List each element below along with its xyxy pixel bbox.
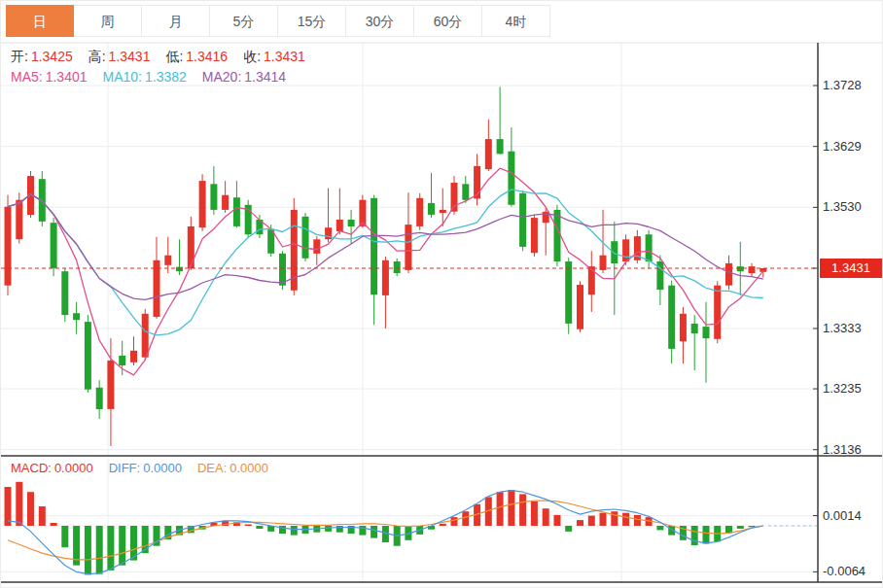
price-axis-tick: 1.3136 <box>823 442 862 457</box>
dea-value: 0.0000 <box>230 461 268 475</box>
chart-canvas[interactable] <box>1 1 883 588</box>
close-label: 收: <box>243 49 261 66</box>
diff-value: 0.0000 <box>143 461 182 475</box>
ma20-value: 1.3414 <box>244 69 286 85</box>
close-readout: 收: 1.3431 <box>243 49 305 66</box>
kline-chart-app: 日周月5分15分30分60分4时 开: 1.3425 高: 1.3431 低: … <box>0 0 883 588</box>
timeframe-tabbar: 日周月5分15分30分60分4时 <box>6 5 550 37</box>
ma5-label: MA5: <box>11 69 43 85</box>
macd-readout: MACD: 0.0000 DIFF: 0.0000 DEA: 0.0000 <box>11 461 268 475</box>
diff-label: DIFF: <box>109 461 141 475</box>
macd-value-readout: MACD: 0.0000 <box>11 461 93 475</box>
open-value: 1.3425 <box>31 49 73 66</box>
high-readout: 高: 1.3431 <box>88 49 151 66</box>
high-label: 高: <box>88 49 106 66</box>
ma5-value: 1.3401 <box>46 69 88 85</box>
price-axis-tick: 1.3333 <box>823 321 862 335</box>
ma10-label: MA10: <box>103 69 142 85</box>
price-axis-tick: 1.3530 <box>823 199 862 214</box>
tab-5min[interactable]: 5分 <box>210 5 278 37</box>
tab-4hour[interactable]: 4时 <box>482 5 550 37</box>
tab-day[interactable]: 日 <box>6 5 74 37</box>
high-value: 1.3431 <box>109 49 151 66</box>
macd-label: MACD: <box>11 461 52 475</box>
ma10-value: 1.3382 <box>145 69 187 85</box>
dea-readout: DEA: 0.0000 <box>197 461 268 475</box>
tab-30min[interactable]: 30分 <box>346 5 414 37</box>
last-price-tag: 1.3431 <box>820 259 882 278</box>
dea-label: DEA: <box>197 461 227 475</box>
ma10-readout: MA10: 1.3382 <box>103 69 187 85</box>
low-readout: 低: 1.3416 <box>165 49 228 66</box>
price-axis-tick: 1.3235 <box>823 381 862 396</box>
ma5-readout: MA5: 1.3401 <box>11 69 88 85</box>
close-value: 1.3431 <box>264 49 305 66</box>
macd-value: 0.0000 <box>54 461 93 475</box>
low-value: 1.3416 <box>186 49 228 66</box>
macd-axis-tick: -0.0064 <box>823 564 865 578</box>
price-axis-tick: 1.3629 <box>823 139 862 154</box>
tab-60min[interactable]: 60分 <box>414 5 482 37</box>
ohlc-readout: 开: 1.3425 高: 1.3431 低: 1.3416 收: 1.3431 <box>11 49 305 66</box>
ma20-label: MA20: <box>202 69 241 85</box>
ma-readout: MA5: 1.3401 MA10: 1.3382 MA20: 1.3414 <box>11 69 286 85</box>
low-label: 低: <box>165 49 183 66</box>
ma20-readout: MA20: 1.3414 <box>202 69 286 85</box>
price-axis-tick: 1.3728 <box>823 78 862 92</box>
tab-15min[interactable]: 15分 <box>278 5 346 37</box>
open-label: 开: <box>11 49 28 66</box>
tab-week[interactable]: 周 <box>74 5 142 37</box>
macd-axis-tick: 0.0014 <box>823 508 862 523</box>
open-readout: 开: 1.3425 <box>11 49 73 66</box>
diff-readout: DIFF: 0.0000 <box>109 461 182 475</box>
tab-month[interactable]: 月 <box>142 5 210 37</box>
